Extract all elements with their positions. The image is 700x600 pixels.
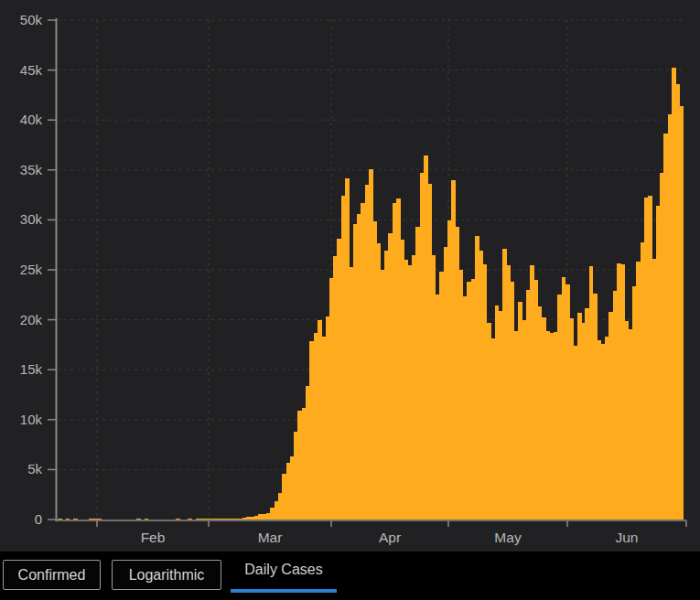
daily-cases-bar[interactable]	[663, 134, 668, 520]
daily-cases-bar[interactable]	[73, 519, 78, 520]
daily-cases-bar[interactable]	[211, 519, 216, 520]
daily-cases-bar[interactable]	[538, 306, 543, 520]
daily-cases-bar[interactable]	[369, 169, 373, 520]
daily-cases-bar[interactable]	[306, 386, 310, 520]
daily-cases-bar[interactable]	[632, 286, 637, 520]
daily-cases-bar[interactable]	[58, 519, 62, 520]
daily-cases-bar[interactable]	[526, 290, 531, 520]
daily-cases-bar[interactable]	[652, 259, 657, 520]
daily-cases-bar[interactable]	[451, 180, 456, 520]
daily-cases-bar[interactable]	[203, 519, 208, 520]
daily-cases-bar[interactable]	[499, 311, 503, 520]
daily-cases-bar[interactable]	[258, 514, 263, 520]
daily-cases-bar[interactable]	[589, 266, 594, 520]
daily-cases-bar[interactable]	[550, 333, 555, 520]
daily-cases-bar[interactable]	[290, 456, 295, 520]
daily-cases-bar[interactable]	[381, 270, 385, 520]
daily-cases-bar[interactable]	[254, 516, 259, 520]
daily-cases-bar[interactable]	[263, 514, 267, 520]
daily-cases-bar[interactable]	[522, 320, 527, 520]
daily-cases-bar[interactable]	[617, 263, 621, 520]
daily-cases-bar[interactable]	[490, 338, 495, 520]
daily-cases-bar[interactable]	[393, 203, 397, 520]
daily-cases-bar[interactable]	[239, 519, 243, 520]
daily-cases-bar[interactable]	[357, 214, 361, 520]
daily-cases-bar[interactable]	[455, 227, 459, 520]
daily-cases-bar[interactable]	[554, 332, 558, 520]
daily-cases-bar[interactable]	[601, 344, 606, 520]
daily-cases-bar[interactable]	[636, 262, 641, 520]
daily-cases-bar[interactable]	[400, 240, 404, 520]
daily-cases-bar[interactable]	[231, 519, 235, 520]
tab-daily-cases-active[interactable]: Daily Cases	[231, 552, 337, 593]
daily-cases-bar[interactable]	[432, 255, 436, 520]
daily-cases-bar[interactable]	[420, 173, 425, 520]
daily-cases-bar[interactable]	[196, 519, 200, 520]
daily-cases-bar[interactable]	[668, 114, 673, 520]
daily-cases-bar[interactable]	[672, 68, 676, 520]
daily-cases-bar[interactable]	[66, 519, 70, 520]
daily-cases-bar[interactable]	[574, 346, 578, 520]
daily-cases-bar[interactable]	[242, 518, 247, 520]
daily-cases-bar[interactable]	[282, 474, 286, 520]
daily-cases-bar[interactable]	[349, 267, 353, 520]
daily-cases-bar[interactable]	[605, 337, 609, 520]
daily-cases-bar[interactable]	[660, 173, 664, 520]
daily-cases-bar[interactable]	[542, 317, 546, 520]
daily-cases-bar[interactable]	[176, 519, 180, 520]
daily-cases-bar[interactable]	[585, 308, 589, 520]
daily-cases-bar[interactable]	[495, 305, 500, 520]
daily-cases-bar[interactable]	[475, 236, 479, 520]
daily-cases-bar[interactable]	[361, 203, 365, 520]
daily-cases-bar[interactable]	[297, 411, 302, 520]
daily-cases-bar[interactable]	[463, 296, 468, 520]
daily-cases-bar[interactable]	[557, 295, 562, 520]
daily-cases-bar[interactable]	[424, 155, 428, 520]
tab-confirmed[interactable]: Confirmed	[3, 560, 101, 590]
daily-cases-bar[interactable]	[479, 251, 483, 520]
daily-cases-bar[interactable]	[613, 291, 618, 520]
daily-cases-bar[interactable]	[251, 517, 255, 520]
daily-cases-bar[interactable]	[266, 513, 271, 520]
daily-cases-bar[interactable]	[518, 302, 522, 520]
daily-cases-bar[interactable]	[562, 277, 566, 520]
daily-cases-bar[interactable]	[353, 224, 358, 520]
daily-cases-bar[interactable]	[427, 184, 432, 520]
daily-cases-bar[interactable]	[471, 279, 476, 520]
daily-cases-bar[interactable]	[439, 272, 444, 520]
daily-cases-bar[interactable]	[577, 313, 582, 520]
daily-cases-bar[interactable]	[278, 493, 283, 520]
daily-cases-bar[interactable]	[302, 408, 307, 520]
daily-cases-bar[interactable]	[329, 278, 334, 520]
daily-cases-bar[interactable]	[294, 432, 298, 520]
daily-cases-bar[interactable]	[444, 247, 448, 520]
daily-cases-bar[interactable]	[502, 249, 507, 520]
daily-cases-bar[interactable]	[408, 265, 413, 520]
daily-cases-bar[interactable]	[318, 320, 322, 520]
daily-cases-bar[interactable]	[365, 185, 370, 520]
daily-cases-bar[interactable]	[656, 206, 661, 520]
daily-cases-bar[interactable]	[376, 243, 381, 520]
daily-cases-bar[interactable]	[648, 196, 652, 520]
daily-cases-bar[interactable]	[412, 255, 416, 520]
daily-cases-bar[interactable]	[345, 178, 350, 520]
daily-cases-bar[interactable]	[530, 265, 534, 520]
daily-cases-bar[interactable]	[199, 519, 204, 520]
daily-cases-bar[interactable]	[235, 519, 240, 520]
daily-cases-bar[interactable]	[93, 519, 98, 520]
daily-cases-bar[interactable]	[629, 329, 633, 520]
daily-cases-bar[interactable]	[246, 517, 251, 520]
daily-cases-bar[interactable]	[581, 323, 586, 520]
daily-cases-bar[interactable]	[545, 331, 550, 520]
daily-cases-bar[interactable]	[644, 198, 649, 520]
daily-cases-bar[interactable]	[145, 519, 149, 520]
daily-cases-bar[interactable]	[675, 84, 680, 520]
daily-cases-bar[interactable]	[215, 519, 220, 520]
daily-cases-bar[interactable]	[447, 220, 452, 520]
daily-cases-bar[interactable]	[641, 242, 645, 520]
daily-cases-bar[interactable]	[136, 519, 141, 520]
daily-cases-bar[interactable]	[569, 318, 574, 520]
daily-cases-bar[interactable]	[680, 106, 684, 520]
tab-logarithmic[interactable]: Logarithmic	[112, 560, 221, 590]
daily-cases-bar[interactable]	[415, 227, 420, 520]
